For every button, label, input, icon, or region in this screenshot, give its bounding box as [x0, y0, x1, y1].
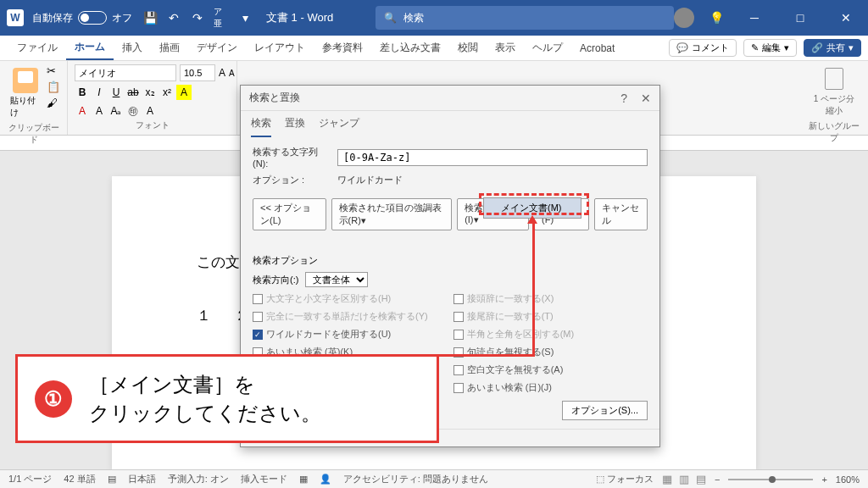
char-border-icon[interactable]: A	[142, 103, 158, 119]
clear-format-icon[interactable]: Aₐ	[108, 103, 124, 119]
qat-dropdown-icon[interactable]: ▾	[237, 10, 253, 25]
tab-design[interactable]: デザイン	[188, 36, 246, 60]
edit-button[interactable]: ✎ 編集 ▾	[743, 39, 797, 57]
checkbox-label: あいまい検索 (日)(J)	[467, 381, 552, 394]
highlight-button[interactable]: 検索された項目の強調表示(R)▾	[331, 198, 453, 230]
text-icon[interactable]: ア亜	[214, 10, 229, 25]
tab-acrobat[interactable]: Acrobat	[571, 36, 623, 60]
cancel-button[interactable]: キャンセル	[594, 198, 648, 230]
tab-home[interactable]: ホーム	[66, 36, 114, 60]
comment-button[interactable]: 💬 コメント	[669, 39, 737, 57]
font-name-select[interactable]	[75, 64, 176, 81]
search-string-input[interactable]	[337, 149, 648, 166]
dialog-tabs: 検索 置換 ジャンプ	[241, 111, 659, 137]
checkbox-label: 完全に一致する単語だけを検索する(Y)	[266, 310, 428, 323]
check-item[interactable]: ✓ワイルドカードを使用する(U)	[253, 328, 428, 341]
dialog-title-bar[interactable]: 検索と置換 ? ✕	[241, 86, 659, 111]
status-page[interactable]: 1/1 ページ	[8, 473, 52, 485]
view-read-icon[interactable]: ▦	[662, 473, 672, 485]
copy-icon[interactable]: 📋	[47, 80, 60, 93]
document-title: 文書 1 - Word	[266, 10, 333, 25]
annotation-arrow-v	[532, 224, 535, 354]
checkbox-label: 接尾辞に一致する(T)	[467, 310, 554, 323]
view-web-icon[interactable]: ▤	[696, 473, 706, 485]
undo-icon[interactable]: ↶	[166, 10, 181, 25]
dialog-tab-goto[interactable]: ジャンプ	[319, 116, 359, 137]
dialog-tab-find[interactable]: 検索	[251, 116, 271, 137]
cut-icon[interactable]: ✂	[47, 64, 60, 77]
annotation-arrow-h	[439, 354, 535, 357]
options-toggle-button[interactable]: << オプション(L)	[253, 198, 326, 230]
share-button[interactable]: 🔗 共有 ▾	[804, 39, 861, 57]
save-icon[interactable]: 💾	[142, 10, 158, 25]
direction-select[interactable]: 文書全体	[305, 272, 368, 287]
shrink-font-icon[interactable]: A	[229, 65, 235, 80]
check-item[interactable]: 空白文字を無視する(A)	[453, 363, 575, 376]
checkbox-icon	[253, 312, 263, 322]
dialog-tab-replace[interactable]: 置換	[285, 116, 305, 137]
main-tabs: ファイル ホーム 挿入 描画 デザイン レイアウト 参考資料 差し込み文書 校閲…	[0, 36, 868, 61]
checkbox-icon	[253, 294, 263, 304]
checkbox-label: 接頭辞に一致する(X)	[467, 292, 554, 305]
tab-file[interactable]: ファイル	[8, 36, 66, 60]
status-spell-icon[interactable]: ▤	[108, 474, 116, 485]
paste-button[interactable]: 貼り付け	[7, 64, 43, 122]
tab-view[interactable]: 表示	[487, 36, 524, 60]
enclose-icon[interactable]: ㊞	[125, 103, 141, 119]
subscript-icon[interactable]: x₂	[142, 85, 158, 100]
new-group-label: 新しいグループ	[807, 120, 861, 144]
help-icon[interactable]: 💡	[709, 11, 724, 25]
word-icon: W	[7, 9, 24, 26]
status-lang[interactable]: 日本語	[128, 473, 156, 485]
strike-icon[interactable]: ab	[125, 85, 141, 100]
zoom-in-icon[interactable]: +	[821, 474, 826, 485]
user-avatar[interactable]	[674, 8, 694, 28]
search-box[interactable]: 🔍 検索	[376, 6, 674, 30]
search-placeholder: 検索	[403, 11, 424, 25]
superscript-icon[interactable]: x²	[159, 85, 175, 100]
tab-review[interactable]: 校閲	[449, 36, 487, 60]
text-effects-icon[interactable]: A	[92, 103, 107, 119]
options-s-button[interactable]: オプション(S)...	[562, 401, 648, 420]
autosave-toggle[interactable]	[78, 11, 107, 25]
tab-help[interactable]: ヘルプ	[524, 36, 571, 60]
grow-font-icon[interactable]: A	[219, 65, 225, 80]
status-macro-icon[interactable]: ▦	[299, 474, 308, 485]
checkbox-icon	[453, 365, 464, 375]
tab-insert[interactable]: 挿入	[114, 36, 151, 60]
format-painter-icon[interactable]: 🖌	[47, 97, 60, 109]
view-print-icon[interactable]: ▥	[679, 473, 689, 485]
tab-mailings[interactable]: 差し込み文書	[371, 36, 449, 60]
underline-icon[interactable]: U	[108, 85, 124, 100]
tab-draw[interactable]: 描画	[151, 36, 188, 60]
focus-icon[interactable]: ⬚ フォーカス	[596, 473, 654, 485]
status-words[interactable]: 42 単語	[64, 473, 95, 485]
italic-icon[interactable]: I	[92, 85, 107, 100]
close-button[interactable]: ✕	[831, 11, 861, 25]
search-options-header: 検索オプション	[253, 254, 648, 267]
redo-icon[interactable]: ↷	[190, 10, 205, 25]
font-color-icon[interactable]: A	[75, 103, 90, 119]
dialog-help-icon[interactable]: ?	[620, 92, 627, 105]
dialog-close-icon[interactable]: ✕	[641, 92, 651, 105]
shrink-page-button[interactable]: 1 ページ分 縮小	[807, 64, 861, 120]
status-predict[interactable]: 予測入力: オン	[168, 473, 229, 485]
highlight-icon[interactable]: A	[176, 85, 192, 100]
bold-icon[interactable]: B	[75, 85, 90, 100]
tab-references[interactable]: 参考資料	[314, 36, 371, 60]
tab-layout[interactable]: レイアウト	[246, 36, 314, 60]
status-zoom[interactable]: 160%	[836, 474, 860, 485]
zoom-slider[interactable]	[728, 479, 813, 480]
font-size-select[interactable]	[180, 64, 215, 81]
autosave-toggle-area[interactable]: 自動保存 オフ	[32, 11, 132, 25]
minimize-button[interactable]: ─	[739, 11, 770, 25]
status-insert[interactable]: 挿入モード	[241, 473, 287, 485]
search-icon: 🔍	[384, 12, 397, 24]
maximize-button[interactable]: □	[785, 11, 815, 25]
autosave-label: 自動保存	[32, 11, 73, 25]
checkbox-icon: ✓	[253, 330, 263, 340]
qat-icons: 💾 ↶ ↷ ア亜 ▾	[142, 10, 253, 25]
zoom-out-icon[interactable]: −	[715, 474, 720, 485]
check-item[interactable]: あいまい検索 (日)(J)	[453, 381, 575, 394]
status-accessibility[interactable]: アクセシビリティ: 問題ありません	[343, 473, 488, 485]
